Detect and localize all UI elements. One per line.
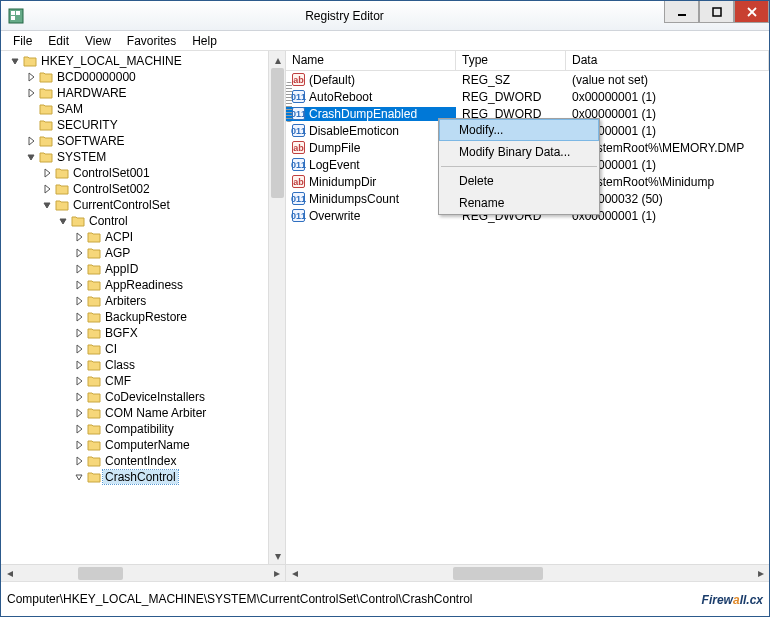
svg-rect-3 — [11, 16, 15, 20]
tree-node[interactable]: HKEY_LOCAL_MACHINE — [9, 53, 285, 69]
tree-node[interactable]: SOFTWARE — [25, 133, 285, 149]
scroll-left-arrow-icon[interactable]: ◂ — [286, 565, 303, 582]
app-icon — [7, 7, 25, 25]
menu-file[interactable]: File — [5, 32, 40, 50]
maximize-button[interactable] — [699, 1, 734, 23]
tree-node[interactable]: Arbiters — [73, 293, 285, 309]
expander-closed-icon[interactable] — [73, 295, 85, 307]
expander-closed-icon[interactable] — [73, 439, 85, 451]
tree-node[interactable]: AppReadiness — [73, 277, 285, 293]
folder-icon — [87, 263, 101, 275]
folder-icon — [87, 295, 101, 307]
expander-open-icon[interactable] — [57, 215, 69, 227]
tree-node[interactable]: AGP — [73, 245, 285, 261]
column-data[interactable]: Data — [566, 51, 769, 70]
expander-closed-icon[interactable] — [73, 455, 85, 467]
value-row[interactable]: 011AutoRebootREG_DWORD0x00000001 (1) — [286, 88, 769, 105]
tree-node-label: ComputerName — [103, 438, 192, 452]
tree-node[interactable]: CrashControl — [73, 469, 285, 485]
tree-horizontal-scrollbar[interactable]: ◂ ▸ — [1, 564, 285, 581]
expander-closed-icon[interactable] — [25, 71, 37, 83]
scroll-left-arrow-icon[interactable]: ◂ — [1, 565, 18, 582]
expander-closed-icon[interactable] — [73, 231, 85, 243]
scroll-right-arrow-icon[interactable]: ▸ — [268, 565, 285, 582]
menu-view[interactable]: View — [77, 32, 119, 50]
string-value-icon: ab — [292, 73, 305, 86]
tree-node-label: CrashControl — [103, 470, 178, 484]
expander-closed-icon[interactable] — [73, 263, 85, 275]
folder-icon — [87, 375, 101, 387]
expander-closed-icon[interactable] — [73, 375, 85, 387]
tree-node[interactable]: SECURITY — [25, 117, 285, 133]
minimize-button[interactable] — [664, 1, 699, 23]
expander-closed-icon[interactable] — [73, 279, 85, 291]
scroll-thumb[interactable] — [78, 567, 123, 580]
tree-node[interactable]: AppID — [73, 261, 285, 277]
scroll-thumb[interactable] — [453, 567, 543, 580]
value-data: (value not set) — [566, 73, 769, 87]
tree-node[interactable]: CurrentControlSet — [41, 197, 285, 213]
expander-closed-icon[interactable] — [25, 135, 37, 147]
scroll-up-arrow-icon[interactable]: ▴ — [269, 51, 286, 68]
scroll-down-arrow-icon[interactable]: ▾ — [269, 547, 286, 564]
value-data: 0x00000001 (1) — [566, 90, 769, 104]
tree-node[interactable]: BackupRestore — [73, 309, 285, 325]
tree-node[interactable]: CoDeviceInstallers — [73, 389, 285, 405]
splitter-handle[interactable] — [286, 82, 292, 122]
expander-closed-icon[interactable] — [73, 407, 85, 419]
menu-help[interactable]: Help — [184, 32, 225, 50]
tree-node[interactable]: ACPI — [73, 229, 285, 245]
column-type[interactable]: Type — [456, 51, 566, 70]
expander-closed-icon[interactable] — [73, 247, 85, 259]
tree-node[interactable]: SAM — [25, 101, 285, 117]
expander-closed-icon[interactable] — [41, 183, 53, 195]
expander-closed-icon[interactable] — [73, 311, 85, 323]
close-button[interactable] — [734, 1, 769, 23]
tree-node[interactable]: COM Name Arbiter — [73, 405, 285, 421]
expander-closed-icon[interactable] — [73, 343, 85, 355]
tree-node-label: BCD00000000 — [55, 70, 138, 84]
scroll-thumb[interactable] — [271, 68, 284, 198]
tree-vertical-scrollbar[interactable]: ▴ ▾ — [268, 51, 285, 564]
menu-edit[interactable]: Edit — [40, 32, 77, 50]
expander-open-icon[interactable] — [9, 55, 21, 67]
binary-value-icon: 011 — [292, 158, 305, 171]
tree-node-label: Arbiters — [103, 294, 148, 308]
menu-favorites[interactable]: Favorites — [119, 32, 184, 50]
tree-node[interactable]: ControlSet002 — [41, 181, 285, 197]
expander-closed-icon[interactable] — [73, 327, 85, 339]
expander-closed-icon[interactable] — [73, 391, 85, 403]
expander-closed-icon[interactable] — [41, 167, 53, 179]
expander-closed-icon[interactable] — [73, 359, 85, 371]
tree-node[interactable]: CI — [73, 341, 285, 357]
folder-icon — [39, 103, 53, 115]
expander-open-icon[interactable] — [41, 199, 53, 211]
context-delete[interactable]: Delete — [439, 170, 599, 192]
expander-open-icon[interactable] — [73, 471, 85, 483]
tree-node-label: AppID — [103, 262, 140, 276]
tree-node[interactable]: CMF — [73, 373, 285, 389]
context-modify-binary[interactable]: Modify Binary Data... — [439, 141, 599, 163]
expander-closed-icon[interactable] — [73, 423, 85, 435]
tree-node[interactable]: HARDWARE — [25, 85, 285, 101]
tree-node[interactable]: ComputerName — [73, 437, 285, 453]
tree-node[interactable]: ControlSet001 — [41, 165, 285, 181]
tree-node[interactable]: Class — [73, 357, 285, 373]
folder-icon — [71, 215, 85, 227]
expander-closed-icon[interactable] — [25, 87, 37, 99]
tree-node[interactable]: Compatibility — [73, 421, 285, 437]
tree-node[interactable]: BGFX — [73, 325, 285, 341]
value-row[interactable]: ab(Default)REG_SZ(value not set) — [286, 71, 769, 88]
scroll-right-arrow-icon[interactable]: ▸ — [752, 565, 769, 582]
tree-node[interactable]: ContentIndex — [73, 453, 285, 469]
expander-open-icon[interactable] — [25, 151, 37, 163]
list-horizontal-scrollbar[interactable]: ◂ ▸ — [286, 564, 769, 581]
tree-node[interactable]: BCD00000000 — [25, 69, 285, 85]
tree-node[interactable]: SYSTEM — [25, 149, 285, 165]
column-name[interactable]: Name — [286, 51, 456, 70]
context-modify[interactable]: Modify... — [439, 119, 599, 141]
tree-node-label: CoDeviceInstallers — [103, 390, 207, 404]
context-rename[interactable]: Rename — [439, 192, 599, 214]
tree-node[interactable]: Control — [57, 213, 285, 229]
registry-tree[interactable]: HKEY_LOCAL_MACHINEBCD00000000HARDWARESAM… — [9, 53, 285, 485]
